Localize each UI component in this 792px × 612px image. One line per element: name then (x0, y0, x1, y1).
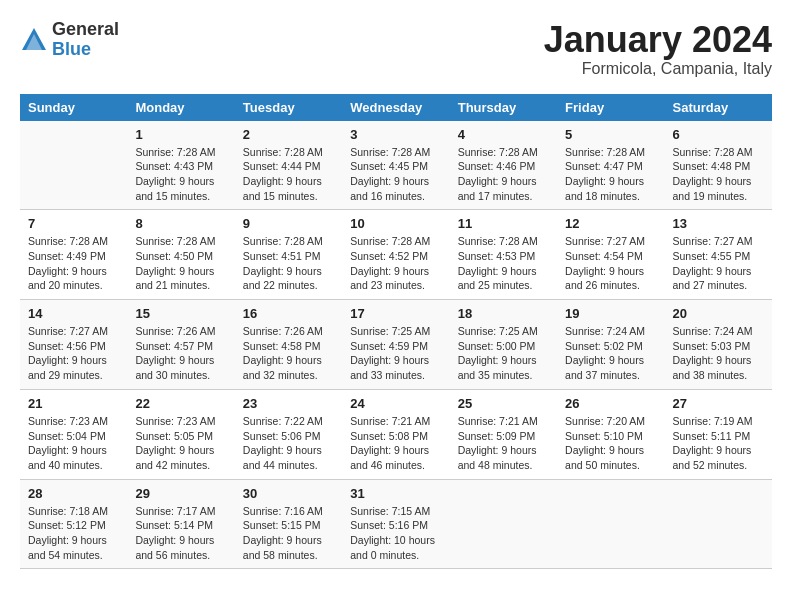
day-number: 19 (565, 306, 656, 321)
day-number: 29 (135, 486, 226, 501)
day-info: Sunrise: 7:28 AMSunset: 4:49 PMDaylight:… (28, 234, 119, 293)
day-info: Sunrise: 7:28 AMSunset: 4:50 PMDaylight:… (135, 234, 226, 293)
day-number: 25 (458, 396, 549, 411)
day-number: 27 (673, 396, 764, 411)
day-cell: 29Sunrise: 7:17 AMSunset: 5:14 PMDayligh… (127, 479, 234, 569)
day-cell: 4Sunrise: 7:28 AMSunset: 4:46 PMDaylight… (450, 121, 557, 210)
header-cell-saturday: Saturday (665, 94, 772, 121)
day-cell: 2Sunrise: 7:28 AMSunset: 4:44 PMDaylight… (235, 121, 342, 210)
day-number: 7 (28, 216, 119, 231)
day-number: 8 (135, 216, 226, 231)
day-number: 5 (565, 127, 656, 142)
day-info: Sunrise: 7:28 AMSunset: 4:52 PMDaylight:… (350, 234, 441, 293)
day-number: 26 (565, 396, 656, 411)
day-number: 16 (243, 306, 334, 321)
header-cell-wednesday: Wednesday (342, 94, 449, 121)
day-cell: 18Sunrise: 7:25 AMSunset: 5:00 PMDayligh… (450, 300, 557, 390)
day-number: 31 (350, 486, 441, 501)
day-cell: 5Sunrise: 7:28 AMSunset: 4:47 PMDaylight… (557, 121, 664, 210)
day-number: 9 (243, 216, 334, 231)
day-info: Sunrise: 7:28 AMSunset: 4:51 PMDaylight:… (243, 234, 334, 293)
day-cell: 3Sunrise: 7:28 AMSunset: 4:45 PMDaylight… (342, 121, 449, 210)
logo-general: General (52, 20, 119, 40)
header-cell-friday: Friday (557, 94, 664, 121)
logo: General Blue (20, 20, 119, 60)
day-cell (450, 479, 557, 569)
day-info: Sunrise: 7:26 AMSunset: 4:57 PMDaylight:… (135, 324, 226, 383)
day-info: Sunrise: 7:28 AMSunset: 4:47 PMDaylight:… (565, 145, 656, 204)
day-info: Sunrise: 7:21 AMSunset: 5:09 PMDaylight:… (458, 414, 549, 473)
day-info: Sunrise: 7:18 AMSunset: 5:12 PMDaylight:… (28, 504, 119, 563)
day-cell: 23Sunrise: 7:22 AMSunset: 5:06 PMDayligh… (235, 389, 342, 479)
day-info: Sunrise: 7:20 AMSunset: 5:10 PMDaylight:… (565, 414, 656, 473)
day-cell: 26Sunrise: 7:20 AMSunset: 5:10 PMDayligh… (557, 389, 664, 479)
day-info: Sunrise: 7:23 AMSunset: 5:04 PMDaylight:… (28, 414, 119, 473)
day-number: 14 (28, 306, 119, 321)
day-cell: 10Sunrise: 7:28 AMSunset: 4:52 PMDayligh… (342, 210, 449, 300)
day-info: Sunrise: 7:27 AMSunset: 4:56 PMDaylight:… (28, 324, 119, 383)
day-cell (557, 479, 664, 569)
day-info: Sunrise: 7:27 AMSunset: 4:54 PMDaylight:… (565, 234, 656, 293)
day-info: Sunrise: 7:26 AMSunset: 4:58 PMDaylight:… (243, 324, 334, 383)
month-title: January 2024 (544, 20, 772, 60)
day-cell: 20Sunrise: 7:24 AMSunset: 5:03 PMDayligh… (665, 300, 772, 390)
header-row: SundayMondayTuesdayWednesdayThursdayFrid… (20, 94, 772, 121)
day-info: Sunrise: 7:22 AMSunset: 5:06 PMDaylight:… (243, 414, 334, 473)
day-cell: 24Sunrise: 7:21 AMSunset: 5:08 PMDayligh… (342, 389, 449, 479)
week-row-2: 7Sunrise: 7:28 AMSunset: 4:49 PMDaylight… (20, 210, 772, 300)
day-cell (665, 479, 772, 569)
day-cell: 31Sunrise: 7:15 AMSunset: 5:16 PMDayligh… (342, 479, 449, 569)
day-number: 3 (350, 127, 441, 142)
day-cell: 28Sunrise: 7:18 AMSunset: 5:12 PMDayligh… (20, 479, 127, 569)
day-info: Sunrise: 7:28 AMSunset: 4:48 PMDaylight:… (673, 145, 764, 204)
day-cell: 9Sunrise: 7:28 AMSunset: 4:51 PMDaylight… (235, 210, 342, 300)
day-cell: 6Sunrise: 7:28 AMSunset: 4:48 PMDaylight… (665, 121, 772, 210)
day-info: Sunrise: 7:28 AMSunset: 4:45 PMDaylight:… (350, 145, 441, 204)
day-number: 6 (673, 127, 764, 142)
page-header: General Blue January 2024 Formicola, Cam… (20, 20, 772, 78)
header-cell-thursday: Thursday (450, 94, 557, 121)
day-cell: 30Sunrise: 7:16 AMSunset: 5:15 PMDayligh… (235, 479, 342, 569)
location-title: Formicola, Campania, Italy (544, 60, 772, 78)
day-cell (20, 121, 127, 210)
header-cell-monday: Monday (127, 94, 234, 121)
day-cell: 19Sunrise: 7:24 AMSunset: 5:02 PMDayligh… (557, 300, 664, 390)
day-cell: 25Sunrise: 7:21 AMSunset: 5:09 PMDayligh… (450, 389, 557, 479)
day-info: Sunrise: 7:25 AMSunset: 4:59 PMDaylight:… (350, 324, 441, 383)
day-info: Sunrise: 7:24 AMSunset: 5:02 PMDaylight:… (565, 324, 656, 383)
day-cell: 22Sunrise: 7:23 AMSunset: 5:05 PMDayligh… (127, 389, 234, 479)
day-number: 10 (350, 216, 441, 231)
day-number: 17 (350, 306, 441, 321)
day-number: 11 (458, 216, 549, 231)
day-cell: 14Sunrise: 7:27 AMSunset: 4:56 PMDayligh… (20, 300, 127, 390)
day-cell: 8Sunrise: 7:28 AMSunset: 4:50 PMDaylight… (127, 210, 234, 300)
day-number: 28 (28, 486, 119, 501)
day-cell: 17Sunrise: 7:25 AMSunset: 4:59 PMDayligh… (342, 300, 449, 390)
day-info: Sunrise: 7:19 AMSunset: 5:11 PMDaylight:… (673, 414, 764, 473)
calendar-table: SundayMondayTuesdayWednesdayThursdayFrid… (20, 94, 772, 570)
day-number: 24 (350, 396, 441, 411)
day-number: 23 (243, 396, 334, 411)
day-number: 4 (458, 127, 549, 142)
day-number: 12 (565, 216, 656, 231)
day-info: Sunrise: 7:28 AMSunset: 4:46 PMDaylight:… (458, 145, 549, 204)
day-cell: 1Sunrise: 7:28 AMSunset: 4:43 PMDaylight… (127, 121, 234, 210)
day-cell: 13Sunrise: 7:27 AMSunset: 4:55 PMDayligh… (665, 210, 772, 300)
day-number: 30 (243, 486, 334, 501)
day-cell: 27Sunrise: 7:19 AMSunset: 5:11 PMDayligh… (665, 389, 772, 479)
day-cell: 12Sunrise: 7:27 AMSunset: 4:54 PMDayligh… (557, 210, 664, 300)
day-info: Sunrise: 7:15 AMSunset: 5:16 PMDaylight:… (350, 504, 441, 563)
title-block: January 2024 Formicola, Campania, Italy (544, 20, 772, 78)
day-info: Sunrise: 7:21 AMSunset: 5:08 PMDaylight:… (350, 414, 441, 473)
day-info: Sunrise: 7:27 AMSunset: 4:55 PMDaylight:… (673, 234, 764, 293)
day-number: 18 (458, 306, 549, 321)
header-cell-tuesday: Tuesday (235, 94, 342, 121)
day-cell: 15Sunrise: 7:26 AMSunset: 4:57 PMDayligh… (127, 300, 234, 390)
day-info: Sunrise: 7:23 AMSunset: 5:05 PMDaylight:… (135, 414, 226, 473)
day-info: Sunrise: 7:16 AMSunset: 5:15 PMDaylight:… (243, 504, 334, 563)
week-row-4: 21Sunrise: 7:23 AMSunset: 5:04 PMDayligh… (20, 389, 772, 479)
day-number: 2 (243, 127, 334, 142)
day-info: Sunrise: 7:28 AMSunset: 4:53 PMDaylight:… (458, 234, 549, 293)
day-cell: 11Sunrise: 7:28 AMSunset: 4:53 PMDayligh… (450, 210, 557, 300)
day-cell: 21Sunrise: 7:23 AMSunset: 5:04 PMDayligh… (20, 389, 127, 479)
